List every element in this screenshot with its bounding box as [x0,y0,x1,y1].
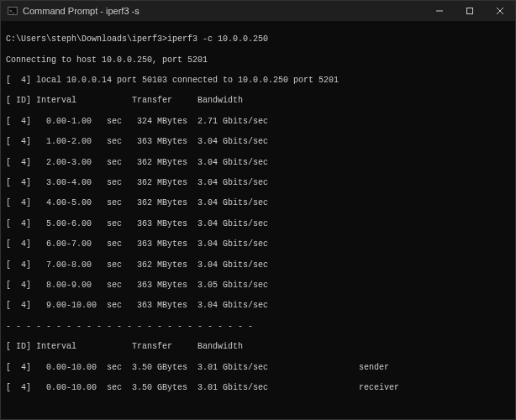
titlebar[interactable]: >_ Command Prompt - iperf3 -s [1,1,515,21]
close-button[interactable] [485,1,515,21]
maximize-button[interactable] [455,1,485,21]
cmd-icon: >_ [8,6,18,16]
local-line: [ 4] local 10.0.0.14 port 50103 connecte… [6,76,510,86]
minimize-button[interactable] [424,1,455,21]
header-line: [ ID] Interval Transfer Bandwidth [6,96,510,106]
prompt-line: C:\Users\steph\Downloads\iperf3>iperf3 -… [6,34,510,45]
svg-rect-3 [467,8,473,14]
interval-row: [ 4] 7.00-8.00 sec 362 MBytes 3.04 Gbits… [6,260,510,270]
summary-receiver: [ 4] 0.00-10.00 sec 3.50 GBytes 3.01 Gbi… [6,383,510,393]
interval-row: [ 4] 3.00-4.00 sec 362 MBytes 3.04 Gbits… [6,178,510,188]
header-line: [ ID] Interval Transfer Bandwidth [6,342,510,352]
interval-row: [ 4] 5.00-6.00 sec 363 MBytes 3.04 Gbits… [6,219,510,229]
dashes-line: - - - - - - - - - - - - - - - - - - - - … [6,322,510,332]
command-prompt-window: >_ Command Prompt - iperf3 -s C:\Users\s… [0,0,516,420]
interval-row: [ 4] 2.00-3.00 sec 362 MBytes 3.04 Gbits… [6,158,510,168]
interval-row: [ 4] 1.00-2.00 sec 363 MBytes 3.04 Gbits… [6,137,510,147]
interval-row: [ 4] 6.00-7.00 sec 363 MBytes 3.04 Gbits… [6,239,510,249]
titlebar-left: >_ Command Prompt - iperf3 -s [8,6,140,16]
blank-line [6,404,510,414]
interval-row: [ 4] 4.00-5.00 sec 362 MBytes 3.04 Gbits… [6,198,510,208]
terminal-output[interactable]: C:\Users\steph\Downloads\iperf3>iperf3 -… [1,21,515,419]
prompt-path: C:\Users\steph\Downloads\iperf3> [6,34,167,44]
interval-row: [ 4] 9.00-10.00 sec 363 MBytes 3.04 Gbit… [6,301,510,311]
interval-row: [ 4] 0.00-1.00 sec 324 MBytes 2.71 Gbits… [6,117,510,127]
command-text: iperf3 -c 10.0.0.250 [167,34,268,44]
window-title: Command Prompt - iperf3 -s [23,6,140,16]
summary-sender: [ 4] 0.00-10.00 sec 3.50 GBytes 3.01 Gbi… [6,363,510,373]
connecting-line: Connecting to host 10.0.0.250, port 5201 [6,55,510,66]
svg-text:>_: >_ [9,8,14,13]
interval-row: [ 4] 8.00-9.00 sec 363 MBytes 3.05 Gbits… [6,281,510,291]
titlebar-controls [424,1,515,21]
